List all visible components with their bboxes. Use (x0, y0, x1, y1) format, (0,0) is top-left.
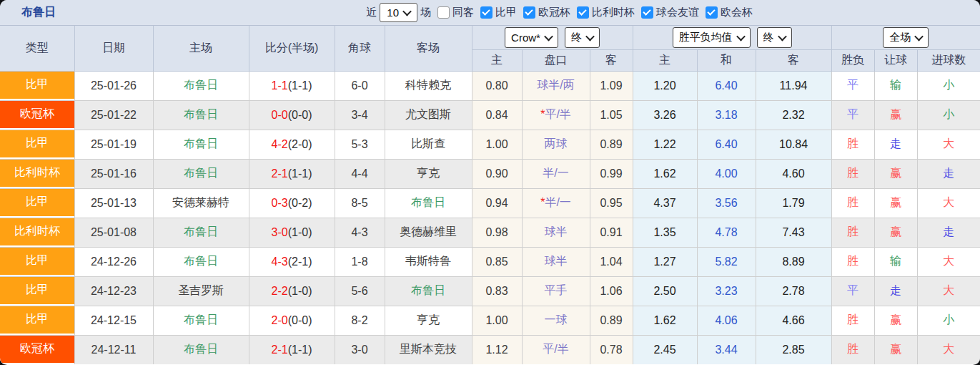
home-team[interactable]: 布鲁日 (153, 247, 249, 276)
league-label: 球会友谊 (656, 6, 699, 19)
col-header-type: 类型 (0, 26, 74, 71)
match-row: 比甲 24-12-23 圣吉罗斯 2-2(1-0) 5-6 布鲁日 0.83 平… (0, 276, 980, 306)
avg-draw: 6.40 (697, 130, 756, 159)
avg-home: 3.26 (633, 100, 697, 130)
home-team[interactable]: 圣吉罗斯 (153, 276, 249, 306)
avg-home: 1.27 (633, 247, 697, 276)
handicap: *半/一 (522, 188, 590, 218)
avg-away: 4.66 (756, 306, 831, 335)
league-checkbox-uecl[interactable] (706, 6, 718, 19)
away-team[interactable]: 科特赖克 (385, 71, 472, 100)
odds-away: 1.06 (590, 276, 633, 306)
same-venue-checkbox[interactable] (437, 6, 450, 19)
avg-home: 1.62 (633, 306, 697, 335)
corners: 1-8 (335, 247, 385, 276)
home-team[interactable]: 布鲁日 (153, 130, 249, 159)
avg-time-select[interactable]: 终 (757, 27, 792, 48)
league-checkbox-club-friendly[interactable] (641, 6, 653, 19)
odds-time-select[interactable]: 终 (565, 27, 600, 48)
away-team[interactable]: 亨克 (385, 159, 472, 188)
league-badge: 欧冠杯 (0, 101, 74, 128)
league-badge: 比利时杯 (0, 160, 74, 187)
away-team[interactable]: 布鲁日 (385, 276, 472, 306)
match-row: 欧冠杯 25-01-22 布鲁日 0-0(0-0) 3-4 尤文图斯 0.84 … (0, 100, 980, 130)
chevron-down-icon (402, 7, 412, 16)
recent-label: 近 (366, 6, 377, 19)
home-team[interactable]: 布鲁日 (153, 218, 249, 247)
result-wdl: 胜 (831, 335, 874, 364)
result-wdl: 平 (831, 100, 874, 130)
away-team[interactable]: 比斯查 (385, 130, 472, 159)
match-date: 25-01-19 (74, 130, 153, 159)
odds-away: 0.95 (590, 188, 633, 218)
match-row: 比甲 24-12-26 布鲁日 4-3(2-1) 1-8 韦斯特鲁 0.85 球… (0, 247, 980, 276)
subheader-avg-draw: 和 (697, 49, 756, 71)
avg-home: 1.35 (633, 218, 697, 247)
corners: 6-0 (335, 71, 385, 100)
match-row: 比利时杯 25-01-16 布鲁日 2-1(1-1) 4-4 亨克 0.90 半… (0, 159, 980, 188)
away-team[interactable]: 尤文图斯 (385, 100, 472, 130)
corners: 3-0 (335, 335, 385, 364)
result-handicap: 赢 (874, 306, 917, 335)
odds-away: 0.78 (590, 335, 633, 364)
league-badge: 比甲 (0, 130, 74, 157)
avg-home: 2.45 (633, 335, 697, 364)
away-team[interactable]: 亨克 (385, 306, 472, 335)
avg-away: 4.60 (756, 159, 831, 188)
avg-draw: 3.18 (697, 100, 756, 130)
odds-home: 0.85 (472, 247, 522, 276)
corners: 5-3 (335, 130, 385, 159)
subheader-avg-away: 客 (756, 49, 831, 71)
away-team[interactable]: 奥德赫维里 (385, 218, 472, 247)
odds-home: 1.00 (472, 130, 522, 159)
scope-select[interactable]: 全场 (883, 27, 929, 48)
away-team[interactable]: 布鲁日 (385, 188, 472, 218)
avg-away: 1.79 (756, 188, 831, 218)
home-team[interactable]: 布鲁日 (153, 71, 249, 100)
result-goals: 大 (917, 188, 980, 218)
away-team[interactable]: 韦斯特鲁 (385, 247, 472, 276)
league-badge: 比甲 (0, 72, 74, 99)
result-goals: 大 (917, 247, 980, 276)
league-checkbox-ucl[interactable] (523, 6, 535, 19)
match-date: 25-01-16 (74, 159, 153, 188)
home-team[interactable]: 布鲁日 (153, 306, 249, 335)
result-goals: 大 (917, 276, 980, 306)
recent-count-select[interactable]: 10 (380, 3, 417, 22)
avg-draw: 5.82 (697, 247, 756, 276)
handicap: 半/一 (522, 159, 590, 188)
result-handicap: 输 (874, 71, 917, 100)
home-team[interactable]: 布鲁日 (153, 335, 249, 364)
col-header-corner: 角球 (335, 26, 385, 71)
score: 1-1(1-1) (249, 71, 335, 100)
odds-away: 0.89 (590, 306, 633, 335)
result-handicap: 赢 (874, 218, 917, 247)
corners: 3-4 (335, 100, 385, 130)
league-label: 欧会杯 (721, 6, 753, 19)
league-checkbox-jupiler[interactable] (480, 6, 493, 19)
matches-label: 场 (420, 6, 431, 19)
result-wdl: 平 (831, 276, 874, 306)
home-team[interactable]: 布鲁日 (153, 159, 249, 188)
col-header-away: 客场 (385, 26, 472, 71)
match-history-table: 类型 日期 主场 比分(半场) 角球 客场 Crow* 终 (0, 26, 980, 364)
avg-draw: 4.00 (697, 159, 756, 188)
home-team[interactable]: 布鲁日 (153, 100, 249, 130)
away-team[interactable]: 里斯本竞技 (385, 335, 472, 364)
home-team[interactable]: 安德莱赫特 (153, 188, 249, 218)
col-header-home: 主场 (153, 26, 249, 71)
odds-source-select[interactable]: Crow* (505, 27, 558, 48)
league-label: 比甲 (495, 6, 517, 19)
score: 2-0(0-0) (249, 306, 335, 335)
result-goals: 走 (917, 159, 980, 188)
odds-home: 0.84 (472, 100, 522, 130)
chevron-down-icon (544, 31, 553, 41)
subheader-result-handicap: 让球 (874, 49, 917, 71)
result-handicap: 赢 (874, 188, 917, 218)
handicap: 球半 (522, 247, 590, 276)
avg-draw: 4.78 (697, 218, 756, 247)
league-checkbox-belgian-cup[interactable] (577, 6, 589, 19)
odds-away: 0.99 (590, 159, 633, 188)
corners: 8-5 (335, 188, 385, 218)
avg-source-select[interactable]: 胜平负均值 (673, 27, 751, 48)
